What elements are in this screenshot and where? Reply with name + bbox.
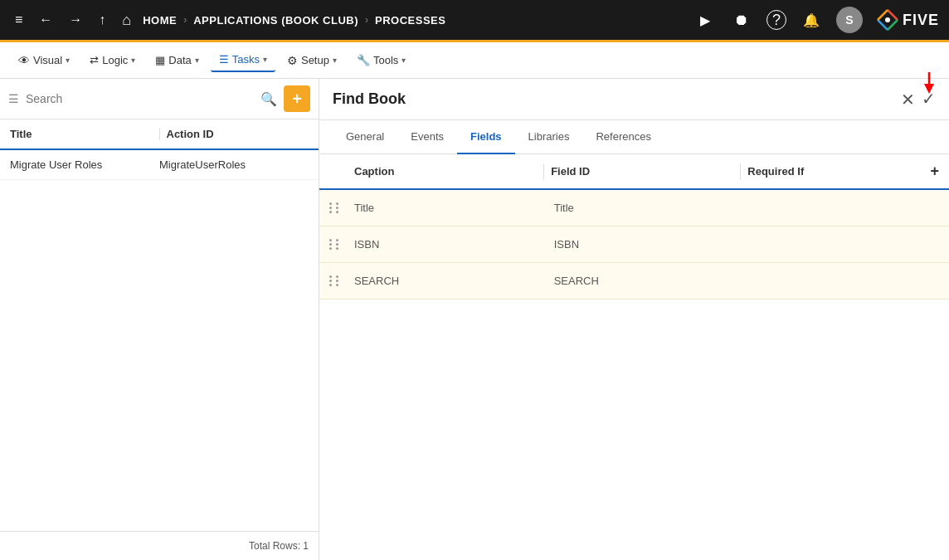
svg-point-4: [885, 17, 890, 22]
record-icon[interactable]: ⏺: [730, 8, 753, 32]
tasks-icon: ☰: [219, 53, 229, 66]
tab-fields[interactable]: Fields: [457, 120, 515, 154]
left-panel: ☰ 🔍 + Title Action ID Migrate User Roles…: [0, 79, 319, 560]
required-col-header: Required If: [747, 165, 930, 178]
add-field-button[interactable]: +: [930, 163, 939, 180]
svg-marker-6: [924, 84, 934, 94]
search-bar: ☰ 🔍 +: [0, 79, 319, 119]
notification-icon[interactable]: 🔔: [800, 8, 823, 32]
five-logo-text: FIVE: [903, 12, 939, 29]
nav-right: ▶ ⏺ ? 🔔 S FIVE: [694, 7, 939, 33]
row-title-0: Migrate User Roles: [10, 158, 159, 171]
caption-col-header: Caption: [354, 165, 537, 178]
visual-icon: 👁: [18, 54, 30, 67]
row-actionid-0: MigrateUserRoles: [159, 158, 309, 171]
up-icon[interactable]: ↑: [94, 9, 110, 31]
logic-caret: ▾: [131, 56, 135, 65]
data-icon: ▦: [155, 54, 165, 66]
drag-dots-1: [329, 239, 341, 250]
setup-caret: ▾: [333, 56, 337, 65]
toolbar-logic-label: Logic: [102, 54, 128, 66]
main-content: ☰ 🔍 + Title Action ID Migrate User Roles…: [0, 79, 949, 560]
toolbar-setup-label: Setup: [301, 54, 329, 66]
breadcrumb-arrow-1: ›: [183, 14, 187, 26]
fieldid-col-header: Field ID: [551, 165, 733, 178]
left-footer: Total Rows: 1: [0, 531, 319, 560]
table-header: Title Action ID: [0, 119, 319, 150]
drag-handle-2[interactable]: [329, 275, 354, 286]
field-id-1: ISBN: [554, 238, 740, 251]
toolbar-visual[interactable]: 👁 Visual ▾: [10, 49, 78, 72]
tabs-bar: General Events Fields Libraries Referenc…: [319, 120, 949, 154]
toolbar-data[interactable]: ▦ Data ▾: [147, 49, 207, 71]
breadcrumb-processes[interactable]: PROCESSES: [375, 14, 445, 27]
breadcrumb-arrow-2: ›: [365, 14, 368, 26]
col-title-header: Title: [10, 128, 153, 140]
fields-row-0[interactable]: Title Title: [319, 190, 949, 226]
table-row[interactable]: Migrate User Roles MigrateUserRoles: [0, 150, 319, 180]
tasks-caret: ▾: [263, 55, 267, 64]
tab-libraries[interactable]: Libraries: [515, 120, 583, 154]
fields-header-sep2: [740, 163, 741, 180]
toolbar-tasks-label: Tasks: [232, 53, 260, 66]
add-button[interactable]: +: [284, 85, 310, 112]
nav-left: ≡ ← → ↑ ⌂ HOME › APPLICATIONS (BOOK CLUB…: [10, 8, 687, 32]
tab-general[interactable]: General: [333, 120, 397, 154]
search-button[interactable]: 🔍: [260, 91, 277, 107]
dialog-title: Find Book: [333, 90, 406, 108]
fields-header-sep1: [543, 163, 544, 180]
top-nav-bar: ≡ ← → ↑ ⌂ HOME › APPLICATIONS (BOOK CLUB…: [0, 0, 949, 40]
forward-icon[interactable]: →: [64, 9, 87, 31]
field-id-0: Title: [554, 202, 740, 214]
five-logo-icon: [876, 8, 899, 32]
fields-table-header: Caption Field ID Required If +: [319, 154, 949, 190]
tab-events[interactable]: Events: [397, 120, 457, 154]
toolbar-tools-label: Tools: [373, 54, 398, 66]
home-label[interactable]: HOME: [143, 14, 177, 27]
data-caret: ▾: [195, 56, 199, 65]
menu-icon[interactable]: ≡: [10, 9, 27, 31]
right-panel: Find Book ✕ ✓ General Events Fields: [319, 79, 949, 560]
total-rows-label: Total Rows: 1: [249, 540, 309, 552]
tools-icon: 🔧: [357, 54, 370, 66]
fields-table: Caption Field ID Required If +: [319, 154, 949, 560]
play-icon[interactable]: ▶: [694, 8, 717, 32]
filter-icon[interactable]: ☰: [8, 92, 19, 105]
drag-handle-0[interactable]: [329, 202, 354, 213]
col-actionid-header: Action ID: [167, 128, 309, 140]
field-caption-0: Title: [354, 202, 540, 214]
breadcrumb-app[interactable]: APPLICATIONS (BOOK CLUB): [193, 14, 358, 27]
toolbar-logic[interactable]: ⇄ Logic ▾: [81, 49, 144, 71]
dialog-header: Find Book ✕ ✓: [319, 79, 949, 120]
toolbar-visual-label: Visual: [33, 54, 62, 66]
drag-handle-1[interactable]: [329, 239, 354, 250]
tools-caret: ▾: [402, 56, 406, 65]
search-input[interactable]: [26, 92, 254, 105]
secondary-toolbar: 👁 Visual ▾ ⇄ Logic ▾ ▦ Data ▾ ☰ Tasks ▾ …: [0, 42, 949, 79]
drag-dots-0: [329, 202, 341, 213]
toolbar-data-label: Data: [168, 54, 191, 66]
user-avatar[interactable]: S: [836, 7, 863, 33]
setup-icon: ⚙: [287, 54, 298, 67]
field-caption-1: ISBN: [354, 238, 540, 251]
dialog-actions: ✕ ✓: [901, 90, 936, 108]
col-separator: [159, 128, 160, 140]
drag-dots-2: [329, 275, 341, 286]
red-arrow-indicator: [921, 72, 937, 99]
toolbar-tasks[interactable]: ☰ Tasks ▾: [211, 48, 275, 72]
home-icon[interactable]: ⌂: [117, 8, 136, 32]
tab-references[interactable]: References: [582, 120, 664, 154]
toolbar-setup[interactable]: ⚙ Setup ▾: [279, 49, 345, 72]
fields-row-2[interactable]: SEARCH SEARCH: [319, 263, 949, 299]
five-logo: FIVE: [876, 8, 939, 32]
field-id-2: SEARCH: [554, 275, 740, 287]
dialog-close-button[interactable]: ✕: [901, 91, 915, 108]
field-caption-2: SEARCH: [354, 275, 540, 287]
toolbar-left: 👁 Visual ▾ ⇄ Logic ▾ ▦ Data ▾ ☰ Tasks ▾ …: [10, 48, 414, 72]
back-icon[interactable]: ←: [34, 9, 57, 31]
help-icon[interactable]: ?: [766, 10, 786, 30]
confirm-btn-wrapper: ✓: [922, 90, 936, 108]
logic-icon: ⇄: [90, 54, 99, 66]
fields-row-1[interactable]: ISBN ISBN: [319, 226, 949, 263]
toolbar-tools[interactable]: 🔧 Tools ▾: [348, 49, 414, 71]
